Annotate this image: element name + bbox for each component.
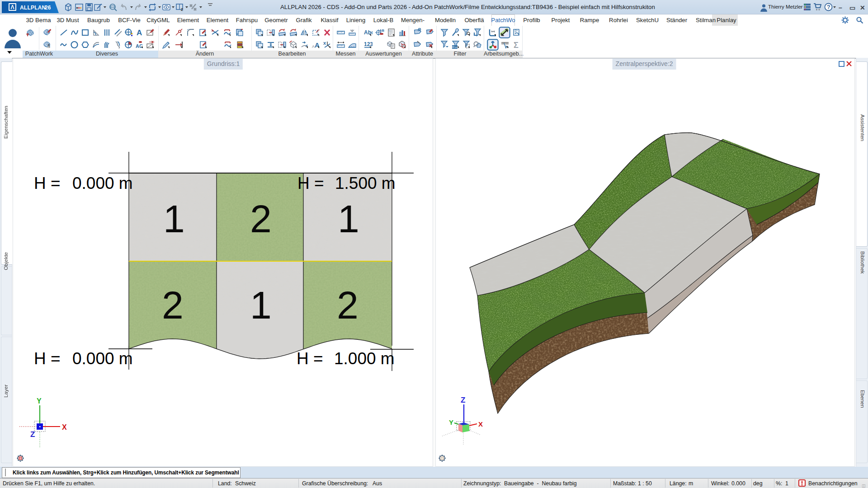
svg-text:A: A — [137, 28, 142, 37]
svg-text:Abc: Abc — [364, 29, 373, 36]
svg-text:x: x — [323, 40, 326, 46]
svg-text:H =: H = — [297, 174, 324, 192]
svg-text:H =: H = — [297, 349, 323, 368]
svg-text:Z: Z — [30, 430, 35, 439]
svg-text:Z: Z — [461, 396, 465, 404]
svg-text:2: 2 — [181, 7, 183, 12]
svg-text:H =: H = — [34, 174, 61, 192]
svg-text:1: 1 — [338, 197, 359, 240]
svg-text:1: 1 — [250, 283, 272, 327]
svg-text:1.500 m: 1.500 m — [335, 174, 396, 192]
svg-text:123: 123 — [364, 41, 373, 47]
svg-text:1.000 m: 1.000 m — [334, 349, 395, 368]
svg-text:0.000 m: 0.000 m — [72, 349, 133, 368]
svg-text:1: 1 — [163, 197, 185, 240]
svg-text:2: 2 — [337, 283, 359, 327]
svg-text:§: § — [47, 43, 50, 48]
svg-text:Σ: Σ — [514, 41, 519, 49]
svg-text:ABC: ABC — [379, 28, 384, 33]
svg-text:Y: Y — [449, 418, 453, 426]
svg-text:H =: H = — [34, 349, 61, 368]
svg-text:2: 2 — [162, 283, 184, 327]
svg-text:X: X — [478, 420, 483, 428]
svg-text:?: ? — [827, 4, 830, 10]
svg-text:0.000 m: 0.000 m — [72, 174, 133, 192]
svg-text:X: X — [62, 423, 67, 431]
svg-text:Y: Y — [37, 397, 42, 405]
svg-text:2: 2 — [250, 197, 272, 240]
